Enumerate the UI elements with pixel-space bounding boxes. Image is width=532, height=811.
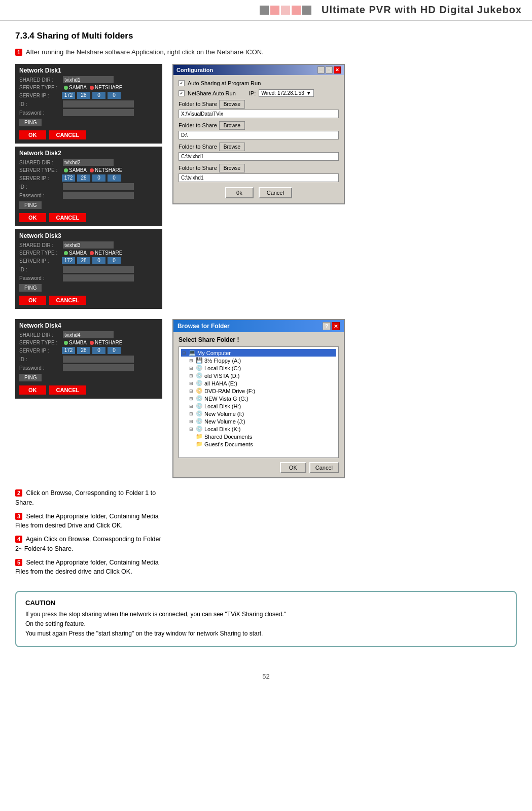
tree-item-newvoli[interactable]: ⊞ 💿 New Volume (I:) <box>188 410 336 417</box>
tree-item-newvolj[interactable]: ⊞ 💿 New Volume (J:) <box>188 417 336 425</box>
disk4-ip1: 172 <box>62 347 75 354</box>
disk3-ip4: 0 <box>108 257 121 264</box>
disk1-ip2: 28 <box>77 92 90 99</box>
config-minimize-btn[interactable]: _ <box>317 66 325 74</box>
tree-item-shareddocs[interactable]: ⊞ 📁 Shared Documents <box>188 433 336 440</box>
disk1-servertype-row: SERVER TYPE : SAMBA NETSHARE <box>19 85 158 90</box>
disk3-cancel-button[interactable]: CANCEL <box>49 296 87 305</box>
disk4-netshare-opt[interactable]: NETSHARE <box>90 340 122 345</box>
disk1-samba-opt[interactable]: SAMBA <box>64 85 87 90</box>
disk1-id-input[interactable] <box>63 100 134 108</box>
tree-item-guestdocs[interactable]: ⊞ 📁 Guest's Documents <box>188 440 336 448</box>
disk4-serverip-label: SERVER IP : <box>19 348 61 354</box>
config-folder2-row: Folder to Share Browse <box>179 121 339 130</box>
config-folder4-browse-btn[interactable]: Browse <box>219 164 245 172</box>
config-folder1-row: Folder to Share Browse <box>179 100 339 109</box>
disk4-netshare-dot <box>90 341 94 345</box>
disk2-id-input[interactable] <box>63 183 134 190</box>
browse-help-btn[interactable]: ? <box>323 322 331 330</box>
disk1-ip1: 172 <box>62 92 75 99</box>
config-auto-share-row: ✓ Auto Sharing at Program Run <box>179 80 339 86</box>
disk3-id-input[interactable] <box>63 266 134 273</box>
step2-para: 2 Click on Browse, Corresponding to Fold… <box>15 488 162 508</box>
disk1-ping-button[interactable]: PING <box>19 119 42 126</box>
left-disk-panels: Network Disk1 SHARED DIR : SERVER TYPE :… <box>15 64 162 309</box>
browse-window: Browse for Folder ? ✕ Select Share Folde… <box>172 319 345 478</box>
disk3-netshare-dot <box>90 251 94 255</box>
disk2-ok-button[interactable]: OK <box>19 213 46 222</box>
tree-item-newvistag[interactable]: ⊞ 💿 NEW Vista G (G:) <box>188 395 336 402</box>
dvdram-label: DVD-RAM Drive (F:) <box>204 388 255 394</box>
disk3-samba-opt[interactable]: SAMBA <box>64 250 87 256</box>
disk2-cancel-button[interactable]: CANCEL <box>49 213 87 222</box>
disk1-shareddir-input[interactable] <box>63 76 114 83</box>
browse-titlebar-buttons: ? ✕ <box>323 322 340 330</box>
disk1-buttons: OK CANCEL <box>19 130 158 139</box>
disk1-cancel-button[interactable]: CANCEL <box>49 130 87 139</box>
disk2-samba-opt[interactable]: SAMBA <box>64 167 87 173</box>
tree-item-mycomputer[interactable]: ⊟ 💻 My Computer <box>181 349 336 357</box>
disk2-ip1: 172 <box>62 174 75 182</box>
disk3-shareddir-input[interactable] <box>63 241 114 249</box>
disk2-ping-button[interactable]: PING <box>19 201 42 209</box>
disk4-id-input[interactable] <box>63 356 134 363</box>
caution-line2: On the setting feature. <box>25 619 507 629</box>
disk2-shareddir-input[interactable] <box>63 159 114 166</box>
config-netshare-check[interactable]: ✓ <box>179 90 185 96</box>
browse-cancel-button[interactable]: Cancel <box>309 462 339 473</box>
disk2-netshare-opt[interactable]: NETSHARE <box>90 167 122 173</box>
disk4-cancel-button[interactable]: CANCEL <box>49 385 87 395</box>
tree-item-vistadisk[interactable]: ⊞ 💿 old VISTA (D:) <box>188 372 336 379</box>
disk3-netshare-opt[interactable]: NETSHARE <box>90 250 122 256</box>
disk4-ping-button[interactable]: PING <box>19 374 42 381</box>
config-auto-share-check[interactable]: ✓ <box>179 80 185 86</box>
disk1-netshare-opt[interactable]: NETSHARE <box>90 85 122 90</box>
disk2-password-input[interactable] <box>63 192 134 199</box>
tree-item-floppy[interactable]: ⊞ 💾 3½ Floppy (A:) <box>188 357 336 364</box>
disk1-shareddir-row: SHARED DIR : <box>19 76 158 83</box>
tree-item-localk[interactable]: ⊞ 💿 Local Disk (K:) <box>188 425 336 433</box>
config-folder2-value: D:\ <box>179 131 339 139</box>
browse-close-btn[interactable]: ✕ <box>332 322 340 330</box>
localk-icon: 💿 <box>196 426 203 432</box>
config-folder4-label: Folder to Share <box>179 165 217 171</box>
disk4-samba-opt[interactable]: SAMBA <box>64 340 87 345</box>
step3-para: 3 Select the Appropriate folder, Contain… <box>15 512 162 531</box>
disk3-ping-button[interactable]: PING <box>19 284 42 292</box>
tree-item-localc[interactable]: ⊞ 💿 Local Disk (C:) <box>188 364 336 372</box>
disk3-shareddir-row: SHARED DIR : <box>19 241 158 249</box>
config-folder3-browse-btn[interactable]: Browse <box>219 143 245 151</box>
config-ip-dropdown[interactable]: Wired: 172.28.1.53 ▼ <box>259 89 313 97</box>
disk4-buttons: OK CANCEL <box>19 385 158 395</box>
config-folder4-value: C:\tvixhd1 <box>179 173 339 182</box>
step5-num: 5 <box>15 559 22 566</box>
disk3-password-input[interactable] <box>63 274 134 281</box>
config-folder2-browse-btn[interactable]: Browse <box>219 121 245 130</box>
localh-icon: 💿 <box>196 403 203 409</box>
disk3-ok-button[interactable]: OK <box>19 296 46 305</box>
config-ip-value: Wired: 172.28.1.53 <box>261 90 304 96</box>
config-netshare-row: ✓ NetShare Auto Run IP: Wired: 172.28.1.… <box>179 89 339 97</box>
config-folder1-browse-btn[interactable]: Browse <box>219 100 245 109</box>
disk3-shareddir-label: SHARED DIR : <box>19 242 61 248</box>
disk1-password-input[interactable] <box>63 109 134 116</box>
disk1-serverip-label: SERVER IP : <box>19 93 61 98</box>
browse-tree[interactable]: ⊟ 💻 My Computer ⊞ 💾 3½ Floppy (A:) <box>179 346 339 458</box>
tree-children: ⊞ 💾 3½ Floppy (A:) ⊞ 💿 Local Disk (C:) ⊞ <box>188 357 336 448</box>
config-close-btn[interactable]: ✕ <box>334 66 341 74</box>
config-maximize-btn[interactable]: □ <box>326 66 333 74</box>
disk4-id-row: ID : <box>19 356 158 363</box>
browse-ok-button[interactable]: OK <box>280 462 306 473</box>
tree-item-dvdram[interactable]: ⊞ 📀 DVD-RAM Drive (F:) <box>188 387 336 395</box>
disk2-shareddir-label: SHARED DIR : <box>19 160 61 165</box>
config-cancel-button[interactable]: Cancel <box>259 187 292 198</box>
disk4-password-input[interactable] <box>63 364 134 371</box>
disk1-ok-button[interactable]: OK <box>19 130 46 139</box>
disk1-password-row: Password : <box>19 109 158 116</box>
disk4-ok-button[interactable]: OK <box>19 385 46 395</box>
tree-item-haha[interactable]: ⊞ 💿 all HAHA (E:) <box>188 379 336 387</box>
disk4-shareddir-input[interactable] <box>63 331 114 338</box>
config-ok-button[interactable]: 0k <box>225 187 254 198</box>
config-folder3-section: Folder to Share Browse C:\tvixhd1 <box>179 143 339 161</box>
tree-item-localh[interactable]: ⊞ 💿 Local Disk (H:) <box>188 402 336 410</box>
